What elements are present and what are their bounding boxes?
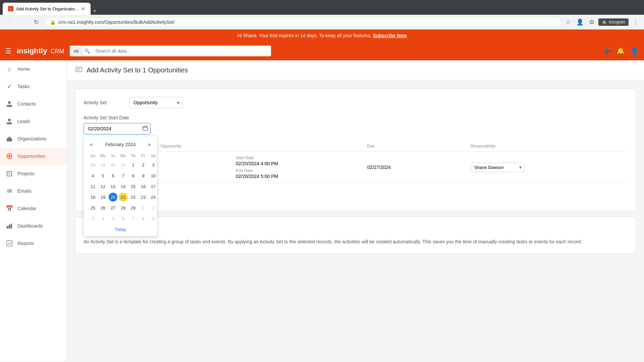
user-avatar[interactable]: 👤 <box>630 47 639 55</box>
sidebar-item-opportunities[interactable]: Opportunities <box>0 147 67 165</box>
cal-day[interactable]: 6 <box>119 214 127 223</box>
menu-icon[interactable]: ⋮ <box>631 17 640 27</box>
tasks-icon: ✓ <box>5 82 13 90</box>
cal-cell: 5 <box>98 170 108 181</box>
cal-day[interactable]: 5 <box>109 214 117 223</box>
cal-cell: 29 <box>128 202 138 213</box>
cal-day[interactable]: 11 <box>89 182 97 191</box>
extensions-icon[interactable]: ⚙ <box>588 17 596 27</box>
search-input[interactable] <box>91 46 271 56</box>
trial-text: Hi Shane. Your trial expires in 14 days.… <box>237 33 372 38</box>
add-icon[interactable]: ➕ <box>603 47 611 55</box>
cal-day[interactable]: 7 <box>129 214 138 223</box>
search-filter-button[interactable]: All <box>70 46 83 56</box>
sidebar-item-tasks[interactable]: ✓ Tasks <box>0 78 67 95</box>
back-button[interactable]: ← <box>4 17 15 27</box>
cal-day[interactable]: 25 <box>89 203 97 212</box>
cal-next-button[interactable]: » <box>146 140 153 149</box>
tab-close-button[interactable]: ✕ <box>81 6 85 11</box>
cal-day[interactable]: 22 <box>129 193 138 201</box>
cal-day[interactable]: 10 <box>149 171 158 180</box>
subscribe-link[interactable]: Subscribe Now <box>373 33 407 38</box>
opportunities-icon <box>5 152 13 160</box>
svg-rect-12 <box>9 225 10 229</box>
cal-day[interactable]: 28 <box>119 203 127 212</box>
cal-day[interactable]: 24 <box>149 193 158 201</box>
sidebar-item-reports[interactable]: Reports <box>0 235 67 252</box>
sidebar-item-emails[interactable]: ✉ Emails <box>0 182 67 200</box>
logo-text: insightly <box>17 47 47 55</box>
new-tab-button[interactable]: + <box>91 8 100 15</box>
responsibility-select[interactable]: Shane Dawson <box>471 163 524 172</box>
date-input[interactable] <box>84 123 151 134</box>
cal-day[interactable]: 30 <box>109 161 117 169</box>
page-header: Add Activity Set to 1 Opportunities <box>67 60 644 80</box>
cal-day[interactable]: 1 <box>129 161 138 169</box>
calendar-toggle-button[interactable] <box>143 125 148 132</box>
cal-day[interactable]: 19 <box>99 193 107 201</box>
cal-day[interactable]: 17 <box>149 182 158 191</box>
cal-day[interactable]: 6 <box>109 171 117 180</box>
col-empty2 <box>445 141 467 152</box>
sidebar-item-contacts[interactable]: Contacts <box>0 95 67 113</box>
cal-day[interactable]: 28 <box>89 161 97 169</box>
toolbar-actions: ☆ 👤 ⚙ 🕵 Incognito ⋮ <box>564 17 640 27</box>
profile-icon[interactable]: 👤 <box>575 17 585 27</box>
active-tab[interactable]: I Add Activity Set to Organizatio... ✕ <box>3 3 91 15</box>
cal-day[interactable]: 4 <box>89 171 97 180</box>
lock-icon: 🔒 <box>50 19 56 25</box>
hamburger-icon[interactable]: ☰ <box>5 47 11 55</box>
sidebar-item-home[interactable]: ⌂ Home <box>0 60 67 78</box>
sidebar-item-dashboards[interactable]: Dashboards <box>0 217 67 235</box>
sidebar-item-organizations[interactable]: Organizations <box>0 130 67 147</box>
forward-button[interactable]: → <box>17 17 28 27</box>
activity-set-label: Activity Set <box>84 100 124 105</box>
info-section: What's An Activity Set? An Activity Set … <box>75 217 636 254</box>
cal-day[interactable]: 27 <box>109 203 117 212</box>
cal-day[interactable]: 29 <box>129 203 138 212</box>
start-date-value-cell: 02/20/2024 4:00 PM <box>236 161 359 166</box>
cal-day[interactable]: 2 <box>139 161 148 169</box>
cal-today-button[interactable]: Today <box>115 227 126 232</box>
sidebar-item-leads[interactable]: Leads <box>0 113 67 130</box>
sidebar-item-projects[interactable]: Projects <box>0 165 67 182</box>
cal-day[interactable]: 3 <box>89 214 97 223</box>
cal-day[interactable]: 23 <box>139 193 148 201</box>
cal-day[interactable]: 16 <box>139 182 148 191</box>
cal-day[interactable]: 9 <box>149 214 158 223</box>
app-header: ☰ insightly CRM All 🔍 ➕ 🔔 👤 <box>0 42 644 60</box>
cal-day[interactable]: 7 <box>119 171 127 180</box>
cal-day[interactable]: 9 <box>139 171 148 180</box>
cal-day[interactable]: 26 <box>99 203 107 212</box>
cal-day[interactable]: 20 <box>109 193 117 201</box>
bookmark-icon[interactable]: ☆ <box>564 17 572 27</box>
cal-day[interactable]: 13 <box>109 182 117 191</box>
notification-icon[interactable]: 🔔 <box>616 47 625 55</box>
sidebar-item-calendar[interactable]: 📅 Calendar <box>0 200 67 217</box>
organizations-icon <box>5 135 13 143</box>
cal-prev-button[interactable]: « <box>88 140 95 149</box>
cal-day[interactable]: 4 <box>99 214 107 223</box>
cal-day[interactable]: 31 <box>119 161 127 169</box>
cal-day[interactable]: 18 <box>89 193 97 201</box>
address-bar[interactable]: 🔒 crm.na1.insightly.com/Opportunities/Bu… <box>44 17 561 27</box>
home-icon: ⌂ <box>5 65 13 73</box>
cal-day[interactable]: 3 <box>149 161 158 169</box>
cal-day[interactable]: 5 <box>99 171 107 180</box>
activity-table-section: Activity Set Opportunity Due Responsibil… <box>84 141 628 183</box>
cal-day[interactable]: 15 <box>129 182 138 191</box>
cal-day[interactable]: 12 <box>99 182 107 191</box>
activity-set-row: Activity Set Opportunity ▾ <box>84 97 628 108</box>
cal-day[interactable]: 1 <box>139 203 148 212</box>
cal-day[interactable]: 29 <box>99 161 107 169</box>
activity-table: Activity Set Opportunity Due Responsibil… <box>84 141 628 183</box>
activity-set-select[interactable]: Opportunity <box>129 97 183 108</box>
cal-day[interactable]: 8 <box>139 214 148 223</box>
cal-day[interactable]: 8 <box>129 171 138 180</box>
form-section: Activity Set Opportunity ▾ Activity Set … <box>75 88 636 211</box>
cal-day[interactable]: 21 <box>119 193 127 201</box>
info-header: What's An Activity Set? <box>84 225 628 233</box>
reload-button[interactable]: ↻ <box>31 17 42 27</box>
cal-day[interactable]: 2 <box>149 203 158 212</box>
cal-day[interactable]: 14 <box>119 182 127 191</box>
